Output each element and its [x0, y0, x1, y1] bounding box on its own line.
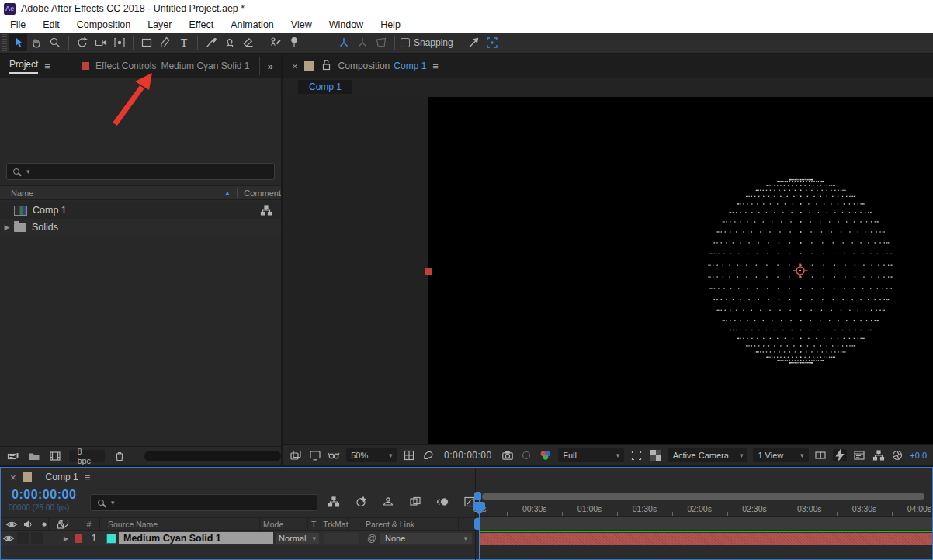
timeline-search-input[interactable]: ▾: [90, 494, 317, 511]
composition-viewport[interactable]: [283, 96, 933, 444]
resolution-dropdown[interactable]: Full▾: [558, 448, 624, 462]
close-tab-icon[interactable]: ×: [10, 472, 16, 483]
menu-item-composition[interactable]: Composition: [68, 19, 139, 30]
pointer-arrow-icon[interactable]: [464, 34, 483, 51]
snapping-checkbox[interactable]: [401, 38, 410, 47]
type-tool-icon[interactable]: T: [175, 34, 193, 51]
column-name[interactable]: Name: [11, 188, 33, 198]
layer-selection-handle[interactable]: [425, 268, 432, 275]
hand-tool-icon[interactable]: [27, 34, 46, 51]
new-folder-icon[interactable]: [27, 450, 40, 462]
exposure-value[interactable]: +0.0: [910, 451, 927, 460]
preview-time[interactable]: 0:00:00:00: [441, 450, 495, 461]
label-color-icon[interactable]: [57, 518, 71, 531]
local-axis-mode-icon[interactable]: [335, 34, 353, 51]
project-row-solids[interactable]: ▶ Solids: [0, 219, 281, 236]
layer-duration-bar[interactable]: [480, 533, 932, 545]
transparency-grid-icon[interactable]: [649, 449, 663, 461]
trash-icon[interactable]: [113, 450, 126, 462]
layer-audio-cell[interactable]: [17, 532, 29, 544]
column-parent-link[interactable]: Parent & Link: [362, 518, 459, 530]
unlock-icon[interactable]: [320, 59, 332, 74]
menu-item-effect[interactable]: Effect: [180, 19, 222, 30]
column-index[interactable]: #: [78, 518, 100, 530]
pickwhip-icon[interactable]: @: [367, 533, 376, 544]
interpret-footage-icon[interactable]: [6, 450, 19, 462]
timeline-navigator-bar[interactable]: [482, 493, 924, 500]
snapshot-camera-icon[interactable]: [501, 449, 515, 461]
expand-caret-icon[interactable]: ▶: [0, 223, 14, 231]
layer-label-color[interactable]: [75, 534, 82, 543]
menu-item-animation[interactable]: Animation: [222, 19, 283, 30]
column-mode[interactable]: Mode: [260, 518, 308, 530]
timeline-panel-menu-icon[interactable]: ≡: [85, 472, 91, 483]
fast-previews-icon[interactable]: [833, 449, 847, 461]
monitor-icon[interactable]: [308, 449, 322, 461]
project-horizontal-scrollbar[interactable]: [144, 451, 281, 461]
blend-mode-dropdown[interactable]: Normal▾: [276, 533, 319, 544]
comp-mini-flowchart-icon[interactable]: [327, 496, 341, 508]
magnification-dropdown[interactable]: 50%▾: [346, 448, 397, 462]
view-layout-dropdown[interactable]: 1 View▾: [753, 448, 808, 462]
menu-item-window[interactable]: Window: [321, 19, 372, 30]
column-t[interactable]: T: [311, 520, 316, 529]
sort-ascending-icon[interactable]: ▲: [224, 189, 231, 197]
column-comment[interactable]: Comment: [244, 188, 281, 198]
draft-3d-icon[interactable]: [381, 496, 395, 508]
show-snapshot-icon[interactable]: [519, 449, 533, 461]
time-ruler[interactable]: 00s00:30s01:00s01:30s02:00s02:30s03:00s0…: [476, 501, 932, 517]
rotation-tool-icon[interactable]: [73, 34, 92, 51]
pan-behind-tool-icon[interactable]: [110, 34, 129, 51]
mask-visibility-icon[interactable]: [421, 449, 435, 461]
close-tab-icon[interactable]: ×: [292, 60, 298, 72]
comp-flowchart-icon[interactable]: [872, 449, 886, 461]
layer-name[interactable]: Medium Cyan Solid 1: [119, 532, 273, 544]
view-axis-mode-icon[interactable]: [372, 34, 390, 51]
solid-color-swatch[interactable]: [106, 534, 116, 544]
world-axis-mode-icon[interactable]: [353, 34, 372, 51]
puppet-pin-tool-icon[interactable]: [285, 34, 303, 51]
menu-item-view[interactable]: View: [283, 19, 321, 30]
trkmat-cell[interactable]: [324, 533, 359, 544]
grid-options-icon[interactable]: [403, 449, 417, 461]
reset-exposure-icon[interactable]: [891, 449, 905, 461]
project-row-comp1[interactable]: Comp 1: [0, 202, 281, 219]
always-preview-icon[interactable]: [289, 449, 303, 461]
motion-blur-icon[interactable]: [435, 496, 449, 508]
menu-item-edit[interactable]: Edit: [34, 19, 68, 30]
capture-region-icon[interactable]: [483, 34, 501, 51]
tab-project[interactable]: Project: [9, 59, 38, 74]
layer-expand-caret-icon[interactable]: ▶: [60, 532, 72, 544]
menu-item-help[interactable]: Help: [372, 19, 409, 30]
tab-timeline-comp1[interactable]: Comp 1: [46, 472, 78, 482]
flowchart-icon[interactable]: [259, 204, 273, 216]
stereo-glasses-icon[interactable]: [328, 449, 342, 461]
pen-tool-icon[interactable]: [156, 34, 175, 51]
bit-depth-button[interactable]: 8 bpc: [69, 450, 105, 462]
playhead-navigator-handle[interactable]: [474, 492, 481, 500]
project-search-input[interactable]: ▾: [6, 163, 275, 180]
camera-view-dropdown[interactable]: Active Camera▾: [668, 448, 748, 462]
menu-item-file[interactable]: File: [2, 19, 34, 30]
comp-view-area[interactable]: [428, 97, 933, 444]
tab-composition[interactable]: Composition: [338, 60, 390, 71]
video-eye-icon[interactable]: [5, 518, 18, 531]
composition-panel-menu-icon[interactable]: ≡: [432, 60, 439, 72]
work-area-start-handle[interactable]: [474, 518, 480, 530]
parent-dropdown[interactable]: None▾: [380, 533, 472, 544]
tab-effect-controls[interactable]: Effect Controls: [95, 60, 156, 71]
frame-blending-icon[interactable]: [408, 496, 422, 508]
current-time-display[interactable]: 0:00:00:00: [12, 488, 76, 502]
viewer-subtab-comp1[interactable]: Comp 1: [298, 80, 352, 94]
eraser-tool-icon[interactable]: [239, 34, 258, 51]
project-column-headers[interactable]: Name . ▲ Comment: [0, 185, 281, 200]
layer-video-eye-icon[interactable]: [2, 532, 16, 544]
clone-stamp-tool-icon[interactable]: [220, 34, 239, 51]
renderer-icon[interactable]: [354, 496, 368, 508]
layer-solo-cell[interactable]: [31, 532, 43, 544]
tab-overflow-chevron[interactable]: »: [259, 57, 281, 75]
camera-tool-icon[interactable]: [92, 34, 110, 51]
project-panel-menu-icon[interactable]: ≡: [44, 60, 50, 72]
new-composition-icon[interactable]: [48, 450, 61, 462]
layer-row-1[interactable]: ▶ 1 Medium Cyan Solid 1 Normal▾ @ None▾: [1, 531, 475, 545]
